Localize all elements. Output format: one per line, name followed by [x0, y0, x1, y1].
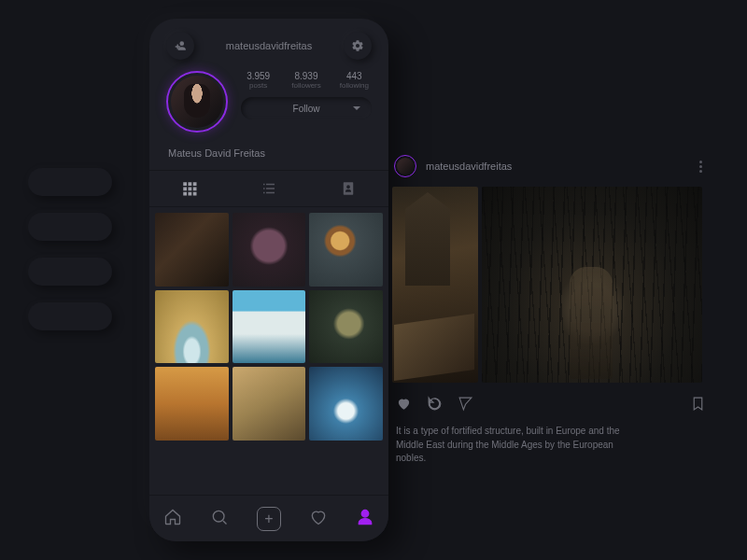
- stat-value: 443: [337, 71, 372, 81]
- post-thumb[interactable]: [309, 367, 383, 441]
- nav-profile[interactable]: [356, 508, 374, 530]
- detail-username[interactable]: mateusdavidfreitas: [426, 161, 684, 172]
- stat-followers[interactable]: 8.939 followers: [289, 71, 323, 90]
- nav-search[interactable]: [210, 508, 229, 530]
- bookmark-icon: [690, 396, 706, 412]
- list-icon: [261, 180, 277, 197]
- avatar: [171, 76, 223, 128]
- avatar-ring-small[interactable]: [394, 155, 416, 177]
- follow-label: Follow: [293, 104, 320, 114]
- post-actions: [392, 383, 710, 423]
- detail-image[interactable]: [482, 187, 702, 383]
- stat-following[interactable]: 443 following: [337, 71, 372, 90]
- username: mateusdavidfreitas: [226, 40, 312, 51]
- stat-value: 3.959: [241, 71, 275, 81]
- avatar-small: [397, 158, 414, 175]
- decor-pill: [28, 258, 112, 286]
- post-thumb[interactable]: [155, 213, 229, 287]
- detail-images: [392, 187, 710, 383]
- home-icon: [163, 508, 182, 526]
- comment-button[interactable]: [427, 396, 443, 415]
- stats-block: 3.959 posts 8.939 followers 443 followin…: [241, 71, 372, 119]
- tab-list[interactable]: [229, 171, 308, 206]
- stat-value: 8.939: [289, 71, 323, 81]
- tab-grid[interactable]: [149, 171, 229, 206]
- more-button[interactable]: [693, 161, 708, 173]
- post-thumb[interactable]: [155, 367, 229, 441]
- add-person-button[interactable]: [166, 32, 194, 60]
- settings-button[interactable]: [344, 32, 372, 60]
- search-icon: [210, 508, 229, 526]
- nav-home[interactable]: [163, 508, 182, 530]
- tagged-icon: [340, 180, 357, 197]
- stat-posts[interactable]: 3.959 posts: [241, 71, 275, 90]
- post-thumb[interactable]: [155, 290, 229, 364]
- detail-header: mateusdavidfreitas: [392, 149, 710, 187]
- post-detail: mateusdavidfreitas It is a type of forti…: [392, 149, 710, 468]
- avatar-ring[interactable]: [166, 71, 228, 133]
- stat-label: posts: [241, 81, 275, 90]
- detail-image[interactable]: [392, 187, 478, 383]
- grid-icon: [181, 180, 198, 197]
- svg-point-1: [430, 399, 440, 409]
- profile-card: mateusdavidfreitas 3.959 posts 8.939 fol…: [149, 19, 388, 541]
- bottom-nav: +: [149, 495, 388, 541]
- nav-create[interactable]: +: [257, 507, 281, 531]
- topbar: mateusdavidfreitas: [149, 19, 388, 67]
- post-thumb[interactable]: [233, 213, 306, 287]
- stat-label: followers: [289, 81, 323, 90]
- post-caption: It is a type of fortified structure, bui…: [392, 423, 627, 468]
- display-name: Mateus David Freitas: [149, 142, 388, 170]
- post-thumb[interactable]: [233, 290, 306, 364]
- post-thumb[interactable]: [233, 367, 306, 441]
- background-decor: [28, 168, 112, 347]
- follow-button[interactable]: Follow: [241, 97, 372, 119]
- share-button[interactable]: [458, 396, 473, 415]
- post-thumb[interactable]: [309, 213, 383, 287]
- post-thumb[interactable]: [309, 290, 383, 364]
- nav-activity[interactable]: [309, 508, 328, 530]
- post-grid: [149, 207, 388, 446]
- view-tabs: [149, 170, 388, 207]
- decor-pill: [28, 213, 112, 241]
- plus-icon: +: [264, 511, 273, 526]
- share-icon: [458, 396, 473, 412]
- tab-tagged[interactable]: [309, 171, 388, 206]
- person-icon: [356, 508, 374, 526]
- chevron-down-icon: [353, 106, 360, 110]
- svg-point-0: [213, 511, 224, 522]
- decor-pill: [28, 302, 112, 330]
- heart-icon: [396, 396, 412, 412]
- add-person-icon: [174, 39, 187, 52]
- like-button[interactable]: [396, 396, 412, 415]
- profile-row: 3.959 posts 8.939 followers 443 followin…: [149, 67, 388, 142]
- heart-icon: [309, 508, 328, 526]
- decor-pill: [28, 168, 112, 196]
- gear-icon: [351, 39, 364, 52]
- bookmark-button[interactable]: [690, 396, 706, 415]
- stat-label: following: [337, 81, 372, 90]
- comment-icon: [427, 396, 443, 412]
